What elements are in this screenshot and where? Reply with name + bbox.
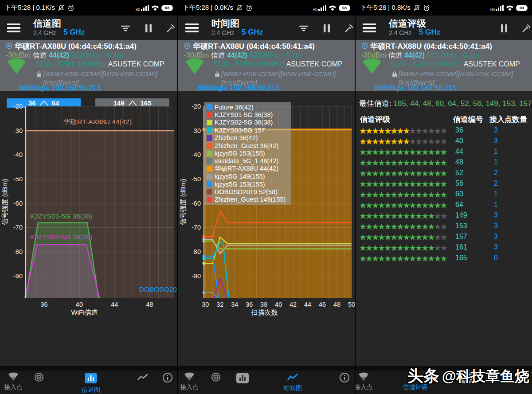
nav-divider (178, 366, 355, 371)
svg-text:44: 44 (111, 301, 118, 308)
svg-text:38: 38 (260, 301, 267, 308)
legend-swatch (207, 120, 212, 125)
filter-icon[interactable] (298, 23, 309, 34)
lock-icon (392, 71, 397, 77)
pause-icon[interactable] (498, 23, 510, 34)
legend-item: Zhizhen_Guest 149(155) (207, 196, 291, 203)
info-icon (162, 372, 173, 383)
tab-2-4ghz[interactable]: 2.4 GHz (389, 29, 411, 36)
wifi-nav-icon (8, 372, 19, 381)
legend-label: Zhizhen 36(42) (215, 134, 258, 141)
ap-security: [WPA2-PSK-CCMP][RSN-PSK-CCMP] (221, 70, 336, 78)
ap-channel: 44(42) (49, 51, 69, 59)
svg-text:48: 48 (146, 301, 153, 308)
menu-icon[interactable] (7, 22, 20, 33)
ap-channel-label: 信道 (32, 51, 47, 59)
legend-item: KJZYS01-5G 36(38) (207, 111, 291, 118)
star-rating: ★★★★★★★★★★★★★★ (359, 147, 452, 157)
channel-number: 149 (455, 211, 467, 219)
rating-row: ★★★★★★★★★★★★★★522 (356, 168, 532, 179)
nav-time-graph[interactable]: 时间图 (277, 372, 308, 392)
svg-text:50: 50 (348, 301, 355, 308)
legend-swatch (207, 181, 212, 187)
chart-legend: Future 36(42)KJZYS01-5G 36(38)KJZYS02-5G… (204, 102, 291, 205)
hd-indicator: HD (490, 8, 495, 11)
svg-text:WiFi信道: WiFi信道 (71, 308, 98, 316)
svg-text:40: 40 (275, 301, 282, 308)
scan-icon[interactable] (165, 23, 176, 34)
ap-security: [WPA2-PSK-CCMP][RSN-PSK-CCMP] (43, 70, 157, 78)
ap-count: 2 (494, 169, 498, 177)
svg-text:华硕RT-AX88U 44(42): 华硕RT-AX88U 44(42) (63, 118, 132, 125)
svg-text:-70: -70 (13, 224, 23, 231)
alarm-icon (67, 4, 74, 12)
access-point-card[interactable]: 华硕RT-AX88U (04:d4:c4:50:41:a4) -30dBm 信道… (178, 40, 355, 91)
svg-text:扫描次数: 扫描次数 (251, 308, 278, 316)
star-rating: ★★★★★★★★★★★★★★ (359, 157, 452, 168)
svg-text:KJZYS01-5G 36(38): KJZYS01-5G 36(38) (30, 212, 92, 220)
channel-number: 153 (455, 222, 467, 230)
ap-count: 1 (494, 190, 498, 198)
legend-swatch (207, 135, 212, 141)
best-channels-label: 最佳信道: (359, 99, 391, 108)
rating-row: ★★★★★★★★★★★★★★363 (356, 125, 532, 136)
nav-info[interactable] (329, 372, 355, 385)
menu-icon[interactable] (185, 22, 199, 33)
tab-5ghz[interactable]: 5 GHz (242, 28, 263, 37)
legend-item: Zhizhen_Guest 36(42) (207, 142, 291, 149)
alarm-icon (423, 4, 430, 12)
ap-status-icon (361, 43, 368, 49)
tab-2-4ghz[interactable]: 2.4 GHz (33, 29, 56, 36)
channel-number: 161 (455, 243, 467, 251)
channel-number: 157 (455, 233, 467, 241)
svg-text:44: 44 (304, 301, 311, 308)
status-time-speed: 下午5:28 | 0.0K/s (183, 4, 233, 12)
ap-freq-range: 5130 - 5290 (160MHz) (35, 60, 106, 68)
nav-radar[interactable] (23, 372, 55, 385)
status-bar: 下午5:28 | 0.0K/s HD 93 (178, 0, 355, 16)
pause-icon[interactable] (143, 23, 154, 34)
ap-status-icon (6, 43, 12, 49)
access-point-card[interactable]: 华硕RT-AX88U (04:d4:c4:50:41:a4) -30dBm 信道… (356, 40, 532, 91)
legend-label: kjzys5G 153(155) (215, 150, 265, 157)
legend-label: Future 36(42) (215, 104, 254, 111)
star-rating: ★★★★★★★★★★★★★★ (359, 211, 452, 221)
rating-row: ★★★★★★★★★★★★★★481 (356, 157, 532, 168)
wifi-nav-icon (358, 372, 369, 381)
svg-text:-70: -70 (192, 224, 201, 231)
star-rating: ★★★★★★★★★★★★★★ (359, 232, 452, 242)
battery-icon: 93 (161, 5, 173, 11)
nav-access-points[interactable]: 接入点 (355, 372, 379, 391)
col-ap-count: 接入点数量 (489, 114, 527, 125)
scan-icon[interactable] (520, 23, 532, 34)
nav-info[interactable] (152, 372, 177, 385)
svg-text:32: 32 (216, 301, 223, 308)
svg-text:-50: -50 (13, 176, 23, 183)
nav-label: 接入点 (355, 383, 379, 391)
filter-icon[interactable] (120, 23, 131, 34)
ap-security: [WPA2-PSK-CCMP][RSN-PSK-CCMP] (399, 70, 513, 78)
channel-graph-chart[interactable]: 华硕RT-AX88U 44(42)KJZYS01-5G 36(38)KJZYS0… (0, 98, 177, 320)
pause-icon[interactable] (321, 23, 332, 34)
tab-2-4ghz[interactable]: 2.4 GHz (211, 29, 234, 36)
rating-row: ★★★★★★★★★★★★★★1493 (356, 211, 532, 221)
tab-5ghz[interactable]: 5 GHz (63, 28, 85, 37)
legend-swatch (207, 189, 212, 195)
tab-5ghz[interactable]: 5 GHz (419, 28, 440, 37)
scan-icon[interactable] (343, 23, 355, 34)
page-title: 时间图 (211, 17, 239, 30)
rating-table: ★★★★★★★★★★★★★★363★★★★★★★★★★★★★★403★★★★★★… (356, 125, 532, 264)
legend-swatch (207, 166, 212, 172)
nav-channel-graph[interactable]: 信道图 (75, 372, 106, 394)
nav-channel-graph[interactable] (227, 372, 258, 386)
screen: 下午5:28 | 0.1K/s HD 93 信道图 2.4 GHz 5 GHz … (0, 0, 532, 394)
legend-item: KJZYS02-5G 36(38) (207, 119, 291, 126)
radar-icon (34, 372, 44, 383)
legend-swatch (207, 143, 212, 148)
menu-icon[interactable] (363, 22, 376, 33)
access-point-card[interactable]: 华硕RT-AX88U (04:d4:c4:50:41:a4) -30dBm 信道… (0, 40, 177, 91)
star-rating: ★★★★★★★★★★★★★★ (359, 125, 452, 136)
info-icon (339, 372, 350, 383)
legend-label: KJZYS03-5G 157 (215, 127, 265, 134)
svg-text:46: 46 (319, 301, 326, 308)
